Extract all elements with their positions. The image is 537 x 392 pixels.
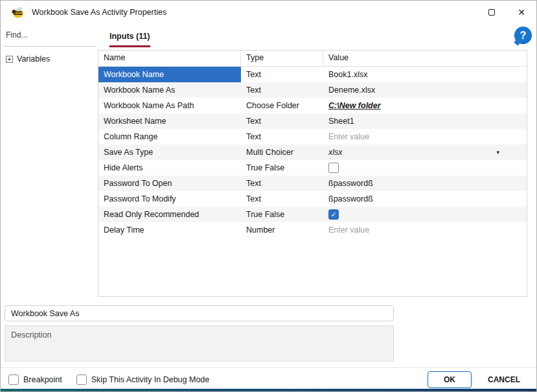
window-controls: ✕ [477,1,536,24]
value-placeholder[interactable]: Enter value [328,132,369,141]
row-value: Deneme.xlsx [323,82,527,98]
close-icon: ✕ [518,8,525,17]
table-row[interactable]: Column RangeTextEnter value [98,129,527,144]
skip-debug-label: Skip This Activity In Debug Mode [91,375,210,384]
breakpoint-label: Breakpoint [23,375,62,384]
tab-inputs[interactable]: Inputs (11) [109,32,150,47]
row-name[interactable]: Workbook Name As [98,82,241,98]
footer-bar: Breakpoint Skip This Activity In Debug M… [1,367,536,391]
row-name[interactable]: Password To Modify [98,191,241,207]
properties-table: Name Type Value Workbook NameTextBook1.x… [98,50,527,297]
row-type: Text [241,176,323,191]
row-type: True False [241,207,323,222]
table-row[interactable]: Delay TimeNumberEnter value [98,222,527,238]
sidebar-item-variables[interactable]: + Variables [3,54,97,63]
row-name[interactable]: Delay Time [98,222,241,238]
help-button[interactable]: ? [514,27,532,44]
table-row[interactable]: Workbook Name As PathChoose FolderC:\New… [98,98,527,113]
row-value [323,160,527,176]
row-value: Sheet1 [323,113,527,129]
row-type: Text [241,82,323,98]
brand-strip [1,389,536,391]
activity-name-input[interactable] [5,305,394,321]
row-name[interactable]: Save As Type [98,144,241,160]
titlebar: Workbook Save As Activity Properties ✕ [1,1,536,24]
dropdown-selected-value[interactable]: xlsx [328,148,343,157]
row-type: Number [241,222,323,238]
row-value: xlsx▾ [323,144,527,160]
help-icon: ? [520,30,527,41]
row-value: Book1.xlsx [323,67,527,82]
row-type: Text [241,113,323,129]
app-bee-icon [11,6,25,19]
row-type: Text [241,129,323,144]
row-value: ßpasswordß [323,176,527,191]
row-value: Enter value [323,222,527,238]
description-field[interactable]: Description [5,325,394,362]
skip-debug-option[interactable]: Skip This Activity In Debug Mode [76,375,210,385]
table-row[interactable]: Hide AlertsTrue False [98,160,527,176]
table-row[interactable]: Password To OpenTextßpasswordß [98,176,527,191]
table-row[interactable]: Workbook Name AsTextDeneme.xlsx [98,82,527,98]
ok-button[interactable]: OK [428,371,472,388]
row-type: Choose Folder [241,98,323,113]
cancel-button[interactable]: CANCEL [479,371,529,388]
table-row[interactable]: Save As TypeMulti Choicerxlsx▾ [98,144,527,160]
row-value: Enter value [323,129,527,144]
breakpoint-checkbox[interactable] [8,375,19,385]
row-type: Text [241,67,323,82]
row-name[interactable]: Worksheet Name [98,113,241,129]
table-row[interactable]: Worksheet NameTextSheet1 [98,113,527,129]
value-checkbox-unchecked[interactable] [328,163,339,173]
maximize-button[interactable] [477,1,507,24]
row-type: Text [241,191,323,207]
row-value: ✓ [323,207,527,222]
value-text[interactable]: Deneme.xlsx [328,86,375,95]
value-text[interactable]: ßpasswordß [328,179,373,188]
table-row[interactable]: Read Only RecommendedTrue False✓ [98,207,527,222]
window-title: Workbook Save As Activity Properties [32,8,166,17]
row-name[interactable]: Hide Alerts [98,160,241,176]
row-name[interactable]: Password To Open [98,176,241,191]
value-text[interactable]: ßpasswordß [328,194,373,203]
dropdown-caret-icon[interactable]: ▾ [496,149,499,156]
find-input[interactable]: Find... [3,28,97,47]
dialog-window: Workbook Save As Activity Properties ✕ ?… [0,0,537,392]
value-checkbox-checked[interactable]: ✓ [328,209,339,220]
tab-inputs-label: Inputs (11) [109,32,150,41]
table-header-type: Type [241,51,323,66]
left-panel: Find... + Variables [3,28,97,63]
table-header-name: Name [98,51,241,66]
row-name[interactable]: Workbook Name [98,67,241,82]
value-placeholder[interactable]: Enter value [328,225,369,235]
table-row[interactable]: Workbook NameTextBook1.xlsx [98,67,527,82]
row-name[interactable]: Read Only Recommended [98,207,241,222]
dialog-buttons: OK CANCEL [428,371,529,388]
value-text[interactable]: Book1.xlsx [328,70,367,79]
skip-debug-checkbox[interactable] [76,375,87,385]
table-header-value: Value [323,51,527,66]
breakpoint-option[interactable]: Breakpoint [8,375,62,385]
folder-path-link[interactable]: C:\New folder [328,101,381,110]
row-name[interactable]: Workbook Name As Path [98,98,241,113]
row-type: Multi Choicer [241,144,323,160]
table-body: Workbook NameTextBook1.xlsxWorkbook Name… [98,67,527,238]
row-value: C:\New folder [323,98,527,113]
table-row[interactable]: Password To ModifyTextßpasswordß [98,191,527,207]
expand-plus-icon[interactable]: + [6,56,13,63]
row-value: ßpasswordß [323,191,527,207]
maximize-icon [488,9,495,16]
row-type: True False [241,160,323,176]
variables-label: Variables [17,54,50,63]
row-name[interactable]: Column Range [98,129,241,144]
table-header: Name Type Value [98,51,527,67]
value-text[interactable]: Sheet1 [328,117,354,126]
close-button[interactable]: ✕ [507,1,536,24]
